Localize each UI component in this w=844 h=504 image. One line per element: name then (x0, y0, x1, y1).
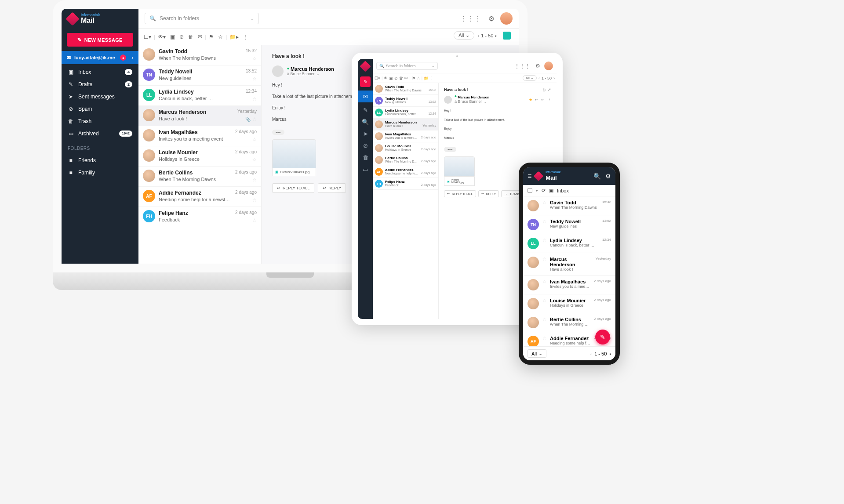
message-row[interactable]: Marcus HendersonHave a look !Yesterday (373, 119, 438, 131)
message-row[interactable]: FHFelipe HanzFeedback2 days ago (373, 178, 438, 190)
popout-icon[interactable]: ⤢ (548, 87, 551, 92)
message-row[interactable]: Marcus HendersonHave a look !Yesterday📎☆ (138, 106, 261, 126)
message-row[interactable]: ☆Marcus HendersonHave a look !Yesterday (523, 253, 615, 276)
attachment-thumbnail[interactable] (272, 139, 316, 168)
message-row[interactable]: TNTeddy NowellNew guidelines13:52 (373, 95, 438, 107)
nav-spam[interactable]: ⊘ Spam (62, 103, 138, 115)
spam-action-icon[interactable]: ⊘ (178, 33, 186, 41)
markread-action-icon[interactable]: ✉ (404, 76, 408, 80)
archive-action-icon[interactable]: ▣ (389, 76, 393, 80)
nav-inbox[interactable]: ▣ Inbox 4 (62, 66, 138, 78)
star-icon[interactable]: ☆ (542, 238, 546, 243)
message-row[interactable]: Ivan MagalhãesInvites you to a meeting e… (373, 131, 438, 142)
message-row[interactable]: AFAddie FernandezNeeding some help for a… (138, 187, 261, 207)
pager-next[interactable]: › (609, 351, 611, 356)
pager-prev[interactable]: ‹ (478, 33, 480, 38)
message-row[interactable]: LLLydia LindseyCancun is back, better …1… (373, 107, 438, 119)
star-icon[interactable]: ☆ (542, 257, 546, 261)
filter-all-dropdown[interactable]: All ⌄ (528, 349, 546, 358)
star-icon[interactable]: ☆ (542, 317, 546, 322)
refresh-icon[interactable]: ⟳ (542, 188, 546, 193)
flag-action-icon[interactable]: ⚑ (207, 33, 215, 41)
compose-button[interactable]: ✎ (360, 76, 371, 87)
message-row[interactable]: AFAddie FernandezNeeding some help for a… (373, 166, 438, 178)
more-action-icon[interactable]: ⋮ (430, 76, 434, 80)
nav-trash[interactable]: 🗑 Trash (62, 115, 138, 127)
compose-button[interactable]: ✎ NEW MESSAGE (67, 33, 133, 47)
settings-icon[interactable]: ⚙ (534, 62, 542, 70)
folder-friends[interactable]: ■ Friends (62, 154, 138, 167)
star-icon[interactable]: ☆ (252, 137, 257, 142)
reply-all-icon[interactable]: ↩ (541, 98, 545, 102)
apps-grid-icon[interactable]: ⋮⋮⋮ (513, 62, 531, 70)
message-row[interactable]: LL☆Lydia LindseyCancun is back, better …… (523, 234, 615, 253)
move-action-icon[interactable]: 📁 (424, 76, 429, 80)
message-row[interactable]: Ivan MagalhãesInvites you to a meeting e… (138, 126, 261, 146)
account-selector[interactable]: ✉ lucy-vitale@ik.me 1 › (62, 51, 138, 64)
message-row[interactable]: TN☆Teddy NowellNew guidelines13:52 (523, 215, 615, 234)
attachment-thumbnail[interactable] (444, 156, 475, 177)
star-icon[interactable]: ☆ (252, 218, 257, 223)
message-row[interactable]: Gavin ToddWhen The Morning Dawns15:32☆ (138, 45, 261, 65)
select-all-checkbox[interactable]: ☐▾ (142, 33, 153, 41)
search-icon[interactable]: 🔍 (593, 173, 601, 180)
star-icon[interactable]: ☆ (252, 56, 257, 61)
star-icon[interactable]: ☆ (542, 219, 546, 224)
filter-all-dropdown[interactable]: All ⌄ (454, 31, 474, 40)
star-icon[interactable]: ★ (529, 98, 532, 102)
star-action-icon[interactable]: ☆ (417, 76, 420, 80)
print-icon[interactable]: ⎙ (543, 87, 545, 92)
chevron-down-icon[interactable]: ⌄ (316, 72, 320, 76)
nav-search[interactable]: 🔍 (358, 118, 373, 126)
nav-drafts[interactable]: ✎ Drafts 2 (62, 78, 138, 91)
search-input[interactable]: 🔍 Search in folders ⌄ (145, 13, 259, 24)
nav-sent[interactable]: ➤ (358, 130, 373, 138)
settings-icon[interactable]: ⚙ (487, 13, 496, 24)
settings-icon[interactable]: ⚙ (605, 173, 611, 180)
reply-all-button[interactable]: ↩ REPLY TO ALL (444, 190, 476, 197)
message-row[interactable]: ☆Louise MounierHolidays in Greece2 days … (523, 294, 615, 313)
delete-action-icon[interactable]: 🗑 (186, 33, 195, 41)
folder-family[interactable]: ■ Familiy (62, 167, 138, 179)
star-icon[interactable]: ☆ (252, 116, 257, 122)
star-icon[interactable]: ☆ (252, 76, 257, 81)
pager-next[interactable]: › (495, 33, 497, 38)
archive-action-icon[interactable]: ▣ (168, 33, 177, 41)
read-toggle-icon[interactable]: 👁 (384, 76, 388, 80)
reply-all-button[interactable]: ↩REPLY TO ALL (272, 183, 314, 193)
nav-inbox[interactable]: ✉ (358, 91, 373, 102)
user-avatar[interactable] (500, 12, 513, 25)
read-toggle-icon[interactable]: 👁▾ (156, 33, 167, 41)
more-action-icon[interactable]: ⋮ (241, 33, 250, 41)
nav-spam[interactable]: ⊘ (358, 141, 373, 150)
star-icon[interactable]: ☆ (542, 279, 546, 284)
more-icon[interactable]: ⋮ (547, 98, 551, 102)
message-row[interactable]: TNTeddy NowellNew guidelines13:52☆ (138, 65, 261, 86)
filter-all-dropdown[interactable]: All ⌄ (523, 75, 537, 81)
message-row[interactable]: ☆Gavin ToddWhen The Morning Dawns15:32 (523, 196, 615, 215)
promo-badge-icon[interactable] (503, 32, 511, 40)
nav-drafts[interactable]: ✎ (358, 106, 373, 114)
flag-action-icon[interactable]: ⚑ (412, 76, 415, 80)
select-all-checkbox[interactable]: ☐▾ (375, 76, 380, 80)
message-row[interactable]: ☆Ivan MagalhãesInvites you to a meeting … (523, 276, 615, 294)
star-icon[interactable]: ☆ (252, 177, 257, 182)
compose-fab[interactable]: ✎ (595, 330, 610, 344)
apps-grid-icon[interactable]: ⋮⋮⋮ (459, 13, 483, 24)
star-icon[interactable]: ☆ (252, 157, 257, 162)
message-row[interactable]: Bertie CollinsWhen The Morning Dawns2 da… (138, 167, 261, 187)
expand-quote-button[interactable]: ••• (444, 147, 456, 152)
move-action-icon[interactable]: 📁▸ (228, 33, 240, 41)
search-input[interactable]: 🔍 Search in folders ⌄ (376, 62, 438, 70)
message-row[interactable]: Louise MounierHolidays in Greece2 days a… (138, 146, 261, 167)
user-avatar[interactable] (544, 62, 553, 70)
menu-icon[interactable]: ≡ (528, 172, 531, 180)
nav-archived[interactable]: ▭ Archived 1942 (62, 127, 138, 140)
star-icon[interactable]: ☆ (252, 197, 257, 203)
delete-action-icon[interactable]: 🗑 (399, 76, 403, 80)
pager-next[interactable]: › (553, 76, 555, 80)
reply-icon[interactable]: ↩ (535, 98, 538, 102)
message-row[interactable]: Bertie CollinsWhen The Morning Dawns2 da… (373, 154, 438, 166)
select-all-checkbox[interactable] (528, 188, 532, 193)
pager-prev[interactable]: ‹ (590, 351, 592, 356)
